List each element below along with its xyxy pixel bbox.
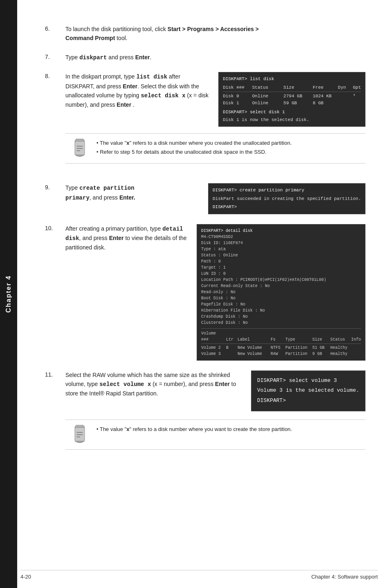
step-8-text: In the diskpart prompt, type list disk a…: [65, 72, 210, 110]
step-10-terminal: DISKPART> detail disk M4-CT96M4SSD2 Disk…: [197, 224, 365, 361]
note-icon-8: [69, 139, 90, 158]
note-step-8-text: The value "x" refers to a disk number wh…: [96, 139, 292, 157]
step-8: 8. In the diskpart prompt, type list dis…: [45, 72, 365, 173]
note-icon-11: [69, 425, 90, 444]
footer-page-number: 4-20: [20, 574, 31, 580]
step-9-terminal: DISKPART> create partition primary DiskP…: [208, 183, 365, 214]
step-9-text: Type create partitionprimary, and press …: [65, 183, 200, 202]
step-10-text: After creating a primary partition, type…: [65, 224, 188, 252]
step-9-number: 9.: [45, 183, 65, 191]
step-7-text: Type diskpart and press Enter.: [65, 53, 365, 62]
step-11-terminal: DISKPART> select volume 3 Volume 3 is th…: [251, 370, 365, 411]
step-6-text: To launch the disk partitioning tool, cl…: [65, 25, 365, 43]
step-11-text: Select the RAW volume which has the same…: [65, 370, 243, 398]
svg-rect-6: [75, 427, 85, 441]
note-step-11: The value "x" refers to a disk number wh…: [65, 420, 365, 450]
step-10-number: 10.: [45, 224, 65, 231]
step-8-terminal: DISKPART> list disk Disk ### Status Size…: [218, 72, 365, 127]
step-6-number: 6.: [45, 25, 65, 32]
note-step-8: The value "x" refers to a disk number wh…: [65, 133, 365, 164]
step-7-number: 7.: [45, 53, 65, 60]
step-6: 6. To launch the disk partitioning tool,…: [45, 25, 365, 43]
step-10: 10. After creating a primary partition, …: [45, 224, 365, 361]
step-8-number: 8.: [45, 72, 65, 79]
page-footer: 4-20 Chapter 4: Software support: [20, 570, 378, 580]
step-9: 9. Type create partitionprimary, and pre…: [45, 183, 365, 214]
svg-rect-1: [75, 141, 85, 155]
footer-chapter-title: Chapter 4: Software support: [311, 574, 378, 580]
note-step-11-text: The value "x" refers to a disk number wh…: [96, 425, 292, 434]
step-11: 11. Select the RAW volume which has the …: [45, 370, 365, 460]
step-11-number: 11.: [45, 370, 65, 378]
step-7: 7. Type diskpart and press Enter.: [45, 53, 365, 62]
